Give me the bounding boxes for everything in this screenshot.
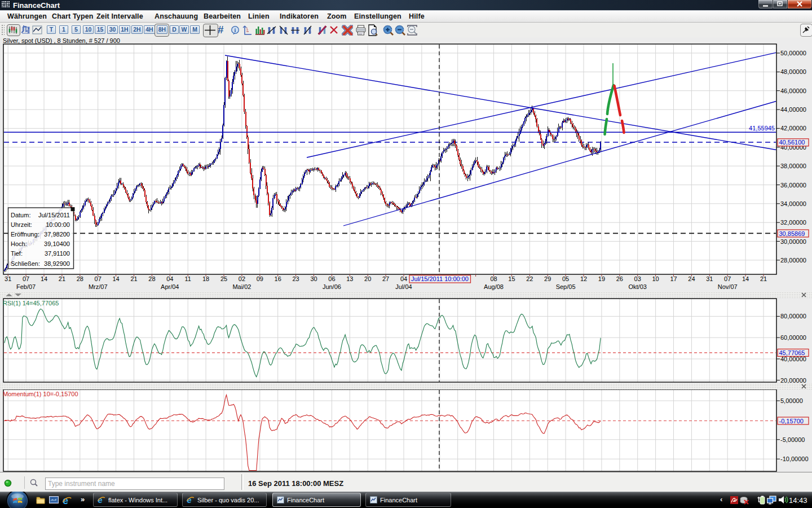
svg-text:-10,00000: -10,00000 [780,456,809,462]
svg-text:28,00000: 28,00000 [780,257,806,264]
svg-text:21: 21 [760,275,767,282]
svg-text:Uhrzeit:: Uhrzeit: [11,221,32,228]
svg-text:37,91100: 37,91100 [45,250,70,257]
svg-text:45,77065: 45,77065 [779,349,805,356]
svg-text:46,00000: 46,00000 [780,87,806,94]
svg-text:Datum:: Datum: [11,212,30,218]
svg-text:38,92900: 38,92900 [44,260,70,267]
svg-text:28: 28 [148,275,155,282]
svg-text:02: 02 [239,275,245,282]
svg-text:30: 30 [310,275,317,282]
svg-text:34,00000: 34,00000 [780,200,806,207]
svg-text:Tief:: Tief: [11,250,23,257]
svg-text:21: 21 [59,275,65,282]
svg-text:5,00000: 5,00000 [780,397,803,404]
svg-text:Jun/06: Jun/06 [323,283,341,290]
svg-text:30,85869: 30,85869 [779,230,805,237]
svg-text:44,00000: 44,00000 [780,106,806,113]
svg-text:48,00000: 48,00000 [780,68,806,75]
svg-text:20,00000: 20,00000 [780,377,806,384]
svg-text:07: 07 [95,275,102,282]
svg-text:37,98200: 37,98200 [44,231,70,238]
svg-text:Silver, spot (USD) , 8 Stunden: Silver, spot (USD) , 8 Stunden, # 527 / … [3,37,120,44]
svg-text:Okt/03: Okt/03 [628,283,646,290]
svg-text:06: 06 [328,275,335,282]
svg-text:80,00000: 80,00000 [780,313,806,319]
svg-text:Aug/08: Aug/08 [484,283,504,290]
svg-text:RSI(1) 14=45,77065: RSI(1) 14=45,77065 [3,300,59,306]
svg-text:32,00000: 32,00000 [780,219,806,226]
svg-text:12: 12 [580,275,587,282]
svg-text:39,10400: 39,10400 [44,240,70,247]
svg-text:13: 13 [346,275,353,282]
svg-text:31: 31 [5,275,11,282]
svg-text:14: 14 [41,275,47,282]
svg-text:Jul/04: Jul/04 [395,283,412,290]
svg-text:24: 24 [688,275,695,282]
svg-text:28: 28 [77,275,83,282]
svg-text:03: 03 [634,275,641,282]
svg-text:15: 15 [508,275,515,282]
svg-text:18: 18 [202,275,209,282]
svg-text:50,00000: 50,00000 [780,50,806,56]
svg-text:Mrz/07: Mrz/07 [89,283,108,290]
svg-text:Hoch:: Hoch: [11,240,27,247]
svg-text:i: i [235,27,236,33]
svg-text:07: 07 [724,275,731,282]
svg-text:40,56100: 40,56100 [779,139,805,146]
svg-text:21: 21 [130,275,137,282]
svg-text:60,00000: 60,00000 [780,334,806,341]
svg-text:14: 14 [742,275,749,282]
svg-text:09: 09 [257,275,263,282]
svg-text:-5,00000: -5,00000 [780,436,805,443]
svg-text:22: 22 [526,275,533,282]
svg-text:16: 16 [275,275,281,282]
svg-text:Schließen:: Schließen: [11,260,40,267]
svg-text:Feb/07: Feb/07 [16,283,36,290]
svg-text:14: 14 [112,275,119,282]
svg-text:30,00000: 30,00000 [780,238,806,245]
svg-text:26: 26 [616,275,623,282]
svg-text:11: 11 [184,275,191,282]
svg-text:23: 23 [292,275,299,282]
svg-text:10: 10 [652,275,659,282]
svg-text:29: 29 [544,275,551,282]
svg-text:Mai/02: Mai/02 [232,283,251,290]
svg-text:04: 04 [166,275,173,282]
svg-text:36,00000: 36,00000 [780,182,806,189]
svg-text:Sep/05: Sep/05 [556,283,576,290]
svg-text:Jul/15/2011: Jul/15/2011 [38,212,70,218]
svg-text:Apr/04: Apr/04 [161,283,179,290]
svg-text:19: 19 [598,275,605,282]
svg-text:Jul/15/2011 10:00:00: Jul/15/2011 10:00:00 [411,275,469,282]
svg-text:42,00000: 42,00000 [780,125,806,132]
svg-text:Momentum(1) 10=-0,15700: Momentum(1) 10=-0,15700 [3,391,78,397]
svg-text:Nov/07: Nov/07 [718,283,738,290]
svg-text:04: 04 [400,275,407,282]
svg-text:-0,15700: -0,15700 [779,418,804,424]
svg-text:Eröffnung:: Eröffnung: [11,231,39,238]
svg-text:07: 07 [23,275,29,282]
svg-text:27: 27 [382,275,389,282]
svg-text:10:00:00: 10:00:00 [46,221,70,228]
svg-text:31: 31 [706,275,713,282]
svg-text:05: 05 [562,275,569,282]
svg-text:20: 20 [364,275,371,282]
svg-text:25: 25 [220,275,227,282]
svg-text:41,55945: 41,55945 [749,125,775,132]
svg-text:38,00000: 38,00000 [780,163,806,169]
svg-text:17: 17 [670,275,677,282]
svg-text:08: 08 [490,275,497,282]
